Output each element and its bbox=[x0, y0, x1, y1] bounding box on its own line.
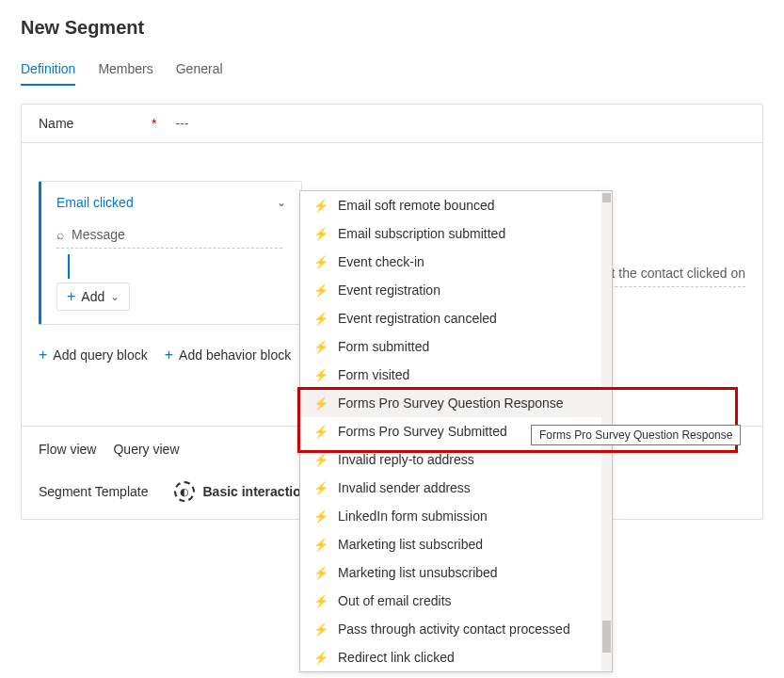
bolt-icon: ⚡ bbox=[313, 538, 328, 552]
tooltip: Forms Pro Survey Question Response bbox=[531, 425, 741, 445]
bolt-icon: ⚡ bbox=[313, 199, 328, 213]
add-query-block-button[interactable]: + Add query block bbox=[39, 347, 148, 363]
template-name[interactable]: Basic interaction bbox=[202, 484, 309, 499]
message-lookup[interactable]: ⌕ Message bbox=[56, 227, 282, 249]
scroll-thumb[interactable] bbox=[602, 621, 611, 653]
add-condition-button[interactable]: + Add ⌄ bbox=[56, 282, 130, 311]
bolt-icon: ⚡ bbox=[313, 566, 328, 580]
plus-icon: + bbox=[67, 289, 75, 304]
bolt-icon: ⚡ bbox=[313, 509, 328, 524]
dropdown-item[interactable]: ⚡Invalid sender address bbox=[300, 474, 612, 502]
query-view-link[interactable]: Query view bbox=[113, 442, 179, 457]
dropdown-item-label: Event registration bbox=[338, 282, 440, 298]
name-value[interactable]: --- bbox=[175, 116, 188, 131]
dropdown-item[interactable]: ⚡Redirect link clicked bbox=[300, 643, 612, 671]
chevron-down-icon: ⌄ bbox=[110, 290, 120, 303]
name-label: Name bbox=[39, 116, 152, 131]
dropdown-item-label: Invalid reply-to address bbox=[338, 452, 474, 467]
dropdown-item[interactable]: ⚡Out of email credits bbox=[300, 587, 612, 615]
dropdown-item[interactable]: ⚡Email subscription submitted bbox=[300, 219, 612, 248]
bolt-icon: ⚡ bbox=[313, 651, 328, 665]
dropdown-item-label: Out of email credits bbox=[338, 593, 452, 608]
bolt-icon: ⚡ bbox=[313, 283, 328, 298]
plus-icon: + bbox=[165, 347, 173, 363]
block-title: Email clicked bbox=[56, 195, 134, 210]
dropdown-item[interactable]: ⚡Event registration canceled bbox=[300, 304, 612, 332]
dropdown-item-label: Redirect link clicked bbox=[338, 650, 455, 665]
tabs: Definition Members General bbox=[21, 61, 763, 87]
dropdown-item-label: Email subscription submitted bbox=[338, 226, 505, 241]
dropdown-item-label: Forms Pro Survey Submitted bbox=[338, 424, 507, 439]
plus-icon: + bbox=[39, 347, 47, 363]
dropdown-item[interactable]: ⚡Forms Pro Survey Question Response bbox=[300, 389, 612, 417]
block-header[interactable]: Email clicked ⌄ bbox=[56, 195, 286, 210]
add-behavior-block-button[interactable]: + Add behavior block bbox=[165, 347, 291, 363]
bolt-icon: ⚡ bbox=[313, 396, 328, 411]
template-icon: ◐ bbox=[174, 481, 195, 502]
dropdown-item[interactable]: ⚡Form visited bbox=[300, 361, 612, 389]
bolt-icon: ⚡ bbox=[313, 425, 328, 439]
flow-view-link[interactable]: Flow view bbox=[39, 442, 96, 457]
bolt-icon: ⚡ bbox=[313, 453, 328, 467]
dropdown-item-label: Marketing list unsubscribed bbox=[338, 565, 498, 580]
bolt-icon: ⚡ bbox=[313, 622, 328, 637]
search-icon: ⌕ bbox=[56, 227, 64, 242]
query-block: Email clicked ⌄ ⌕ Message + Add ⌄ bbox=[39, 181, 302, 325]
dropdown-item[interactable]: ⚡Form submitted bbox=[300, 332, 612, 361]
bolt-icon: ⚡ bbox=[313, 340, 328, 354]
bolt-icon: ⚡ bbox=[313, 594, 328, 608]
bolt-icon: ⚡ bbox=[313, 312, 328, 326]
dropdown-item[interactable]: ⚡Email soft remote bounced bbox=[300, 191, 612, 219]
dropdown-item-label: Event check-in bbox=[338, 254, 424, 269]
chevron-down-icon: ⌄ bbox=[277, 196, 286, 209]
dropdown-item-label: LinkedIn form submission bbox=[338, 508, 488, 524]
add-behavior-label: Add behavior block bbox=[179, 347, 291, 363]
dropdown-item-label: Invalid sender address bbox=[338, 480, 471, 495]
bolt-icon: ⚡ bbox=[313, 481, 328, 495]
dropdown-item[interactable]: ⚡Event check-in bbox=[300, 248, 612, 276]
add-label: Add bbox=[81, 289, 104, 304]
tab-general[interactable]: General bbox=[176, 61, 223, 86]
name-row: Name * --- bbox=[22, 105, 762, 143]
connector-line bbox=[68, 254, 286, 279]
dropdown-item[interactable]: ⚡Marketing list unsubscribed bbox=[300, 558, 612, 587]
bolt-icon: ⚡ bbox=[313, 368, 328, 382]
dropdown-item-label: Form submitted bbox=[338, 339, 429, 354]
scroll-up-arrow[interactable] bbox=[602, 193, 611, 202]
page-title: New Segment bbox=[21, 17, 763, 39]
dropdown-item[interactable]: ⚡LinkedIn form submission bbox=[300, 502, 612, 530]
dropdown-item-label: Pass through activity contact processed bbox=[338, 622, 570, 637]
tab-definition[interactable]: Definition bbox=[21, 61, 75, 86]
required-indicator: * bbox=[152, 116, 156, 131]
bolt-icon: ⚡ bbox=[313, 227, 328, 241]
dropdown-item[interactable]: ⚡Invalid reply-to address bbox=[300, 445, 612, 474]
dropdown-item[interactable]: ⚡Event registration bbox=[300, 276, 612, 304]
dropdown-item-label: Marketing list subscribed bbox=[338, 537, 483, 552]
tab-members[interactable]: Members bbox=[98, 61, 152, 86]
dropdown-item-label: Email soft remote bounced bbox=[338, 198, 495, 213]
dropdown-item[interactable]: ⚡Marketing list subscribed bbox=[300, 530, 612, 558]
message-label: Message bbox=[72, 227, 125, 242]
bolt-icon: ⚡ bbox=[313, 255, 328, 269]
template-label: Segment Template bbox=[39, 484, 148, 499]
dropdown-item-label: Form visited bbox=[338, 367, 409, 382]
dropdown-item-label: Event registration canceled bbox=[338, 311, 497, 326]
dropdown-item[interactable]: ⚡Pass through activity contact processed bbox=[300, 615, 612, 643]
add-query-label: Add query block bbox=[53, 347, 147, 363]
dropdown-item-label: Forms Pro Survey Question Response bbox=[338, 396, 564, 411]
